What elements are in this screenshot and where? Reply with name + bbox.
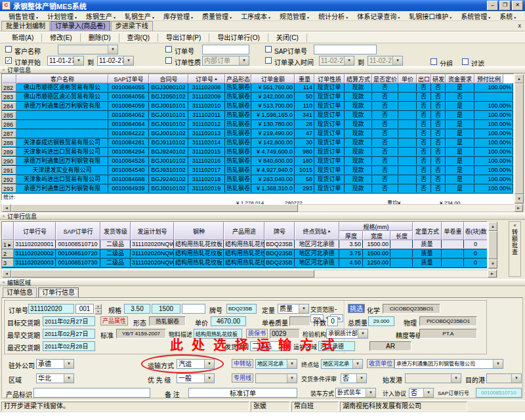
latest-date-field[interactable] — [43, 341, 95, 351]
group-checkbox[interactable] — [430, 58, 437, 65]
table-row[interactable]: 290承德万利通集团万利钢管有限0010084526BGJ00101023111… — [2, 157, 513, 166]
chevron-down-icon[interactable]: ▼ — [64, 360, 74, 368]
column-header[interactable]: 订单行号 — [14, 222, 56, 240]
column-header[interactable]: 结算方式 — [345, 74, 372, 83]
column-header[interactable]: 钢种 — [174, 222, 224, 240]
menu-item[interactable]: 系统管理▾ — [456, 11, 495, 21]
scroll-down-icon[interactable]: ▼ — [488, 259, 497, 268]
chevron-down-icon[interactable]: ▼ — [358, 329, 368, 338]
unit-price-field[interactable] — [211, 316, 246, 326]
dedicated-line-link[interactable]: 专用线 — [232, 373, 253, 383]
menu-item[interactable]: 销售管理▾ — [4, 11, 43, 21]
toolbar-button[interactable]: 关闭(C) — [268, 33, 307, 42]
column-header[interactable]: 资金要求 — [446, 74, 474, 83]
receiver-combo[interactable]: 承德万利通集团万利钢管有限公司▼ — [394, 359, 503, 369]
order-seq-field[interactable] — [75, 304, 94, 314]
toolbar-button[interactable]: 导出订单行(O) — [209, 33, 268, 42]
chevron-down-icon[interactable]: ▼ — [511, 374, 521, 383]
receiver-link[interactable]: 收货单位 — [367, 359, 394, 368]
dedicated-line-combo[interactable]: ▼ — [255, 373, 297, 383]
column-header[interactable]: 发货等级 — [100, 222, 131, 240]
region-combo[interactable]: 华北▼ — [36, 373, 74, 383]
table-row[interactable]: 293承德万利通集团万利钢管有限0010084939BGJ00101023111… — [2, 184, 513, 194]
order-no-input[interactable] — [202, 45, 249, 54]
customer-combo[interactable]: ▼ — [58, 45, 118, 54]
sap-no-checkbox[interactable] — [265, 46, 272, 52]
nature-combo[interactable]: 内部订单▼ — [202, 56, 249, 66]
lines-section-header[interactable]: « 订单行信息 — [0, 213, 525, 220]
menu-item[interactable]: 统计分析▾ — [314, 11, 352, 21]
loading-mode-combo[interactable]: 卧式装车▼ — [335, 388, 376, 398]
column-header[interactable]: 订单号▲ — [188, 74, 225, 83]
chevron-down-icon[interactable]: ▼ — [366, 388, 375, 397]
earliest-date-field[interactable] — [43, 329, 95, 339]
chevron-down-icon[interactable]: ▼ — [344, 56, 354, 65]
product-mark-input[interactable] — [33, 388, 150, 398]
column-header[interactable]: 规格(mm) — [339, 222, 413, 231]
transfer-station-link[interactable]: 中转站 — [232, 359, 253, 368]
table-row[interactable]: 288天津泰成达钢铁贸易有限公司0010084281BGJ91101023111… — [2, 138, 513, 148]
toolbar-button[interactable]: 导出订单(P) — [158, 33, 209, 42]
origin-port-combo[interactable]: ▼ — [405, 373, 461, 383]
column-header[interactable]: 单卷重 — [442, 222, 464, 240]
scroll-right-icon[interactable]: ► — [488, 270, 497, 278]
column-header[interactable]: 产品用途 — [224, 222, 264, 240]
collapsed-side-panel[interactable]: « 转额批查 — [509, 221, 521, 277]
toolbar-button[interactable]: 删除(D) — [81, 33, 119, 42]
menu-item[interactable]: 库存管理▾ — [159, 11, 198, 21]
scrollbar-thumb[interactable] — [514, 83, 524, 194]
tab-order-info[interactable]: 订单信息 — [3, 287, 37, 298]
target-date-field[interactable] — [43, 316, 95, 326]
chevron-down-icon[interactable]: ▼ — [451, 374, 461, 383]
entry-time-checkbox[interactable] — [265, 57, 272, 64]
chevron-down-icon[interactable]: ▼ — [287, 360, 297, 368]
table-row[interactable]: 291天津建发实业有限公司0010084540BGJ93101023111020… — [2, 166, 513, 175]
sap-no-input[interactable] — [314, 45, 377, 54]
quantify-combo[interactable]: 质量▼ — [278, 304, 309, 314]
chevron-down-icon[interactable]: ▼ — [392, 56, 402, 65]
column-header[interactable]: 预付比例 — [474, 74, 503, 83]
menu-item[interactable]: 体系记录查询▾ — [352, 11, 404, 21]
column-header[interactable]: 宽度 — [363, 231, 390, 240]
grade-field[interactable] — [226, 304, 257, 314]
scroll-left-icon[interactable]: ◄ — [2, 270, 11, 278]
chevron-down-icon[interactable]: ▼ — [64, 374, 74, 383]
filter-checkbox[interactable] — [462, 58, 469, 65]
scroll-up-icon[interactable]: ▲ — [488, 222, 497, 231]
chevron-down-icon[interactable]: ▼ — [352, 360, 362, 368]
order-no-checkbox[interactable] — [165, 46, 172, 52]
column-header[interactable]: 出口 — [417, 74, 431, 83]
column-header[interactable]: 长度 — [390, 231, 413, 240]
chevron-down-icon[interactable]: ▼ — [204, 374, 214, 383]
column-header[interactable]: SAP订单号 — [108, 74, 149, 83]
column-header[interactable]: 牌号 — [264, 222, 295, 240]
chevron-down-icon[interactable]: ▼ — [423, 388, 433, 397]
entry-time-to-date[interactable]: 11-02-27▼ — [368, 56, 403, 66]
mdi-tab[interactable]: 批量计划编制 — [1, 21, 50, 31]
column-header[interactable]: 研发 — [431, 74, 446, 83]
menu-item[interactable]: 系统▾ — [495, 11, 520, 21]
menu-item[interactable]: 工序成本▾ — [236, 11, 275, 21]
minimize-button[interactable]: – — [487, 1, 498, 10]
end-station-combo[interactable]: 地区河北承▼ — [321, 359, 363, 369]
dest-port-combo[interactable]: ▼ — [486, 373, 522, 383]
lines-vertical-scrollbar[interactable]: ▲ ▼ — [488, 221, 497, 269]
scroll-up-icon[interactable]: ▲ — [514, 74, 524, 83]
table-row[interactable]: 289天津象屿进出口贸易有限公司0010084294BGJ92401023111… — [2, 148, 513, 157]
chevron-down-icon[interactable]: ▼ — [493, 360, 503, 368]
in-agreement-combo[interactable]: 否▼ — [409, 388, 434, 398]
column-header[interactable]: 发运计划号 — [131, 222, 174, 240]
spec-width-field[interactable] — [152, 304, 180, 314]
toolbar-button[interactable]: 查询(Q) — [119, 33, 158, 42]
collapse-icon[interactable]: « — [514, 223, 516, 228]
order-seq-spinner[interactable]: ▲▼ — [94, 304, 102, 314]
order-start-checkbox[interactable]: ✓ — [5, 57, 12, 64]
column-header[interactable]: 订单性质 — [314, 74, 345, 83]
table-row[interactable]: 292天津象屿进出口贸易有限公司0010084688BGJ92401023111… — [2, 175, 513, 184]
pick-button[interactable]: 挑选 — [348, 304, 365, 313]
menu-item[interactable]: 轧钢接口维护▾ — [404, 11, 456, 21]
chevron-down-icon[interactable]: ▼ — [287, 374, 297, 383]
total-weight-field[interactable] — [368, 316, 394, 326]
product-attr-link[interactable]: 产品属性 — [100, 316, 128, 326]
tab-close-icon[interactable]: x — [518, 21, 522, 31]
